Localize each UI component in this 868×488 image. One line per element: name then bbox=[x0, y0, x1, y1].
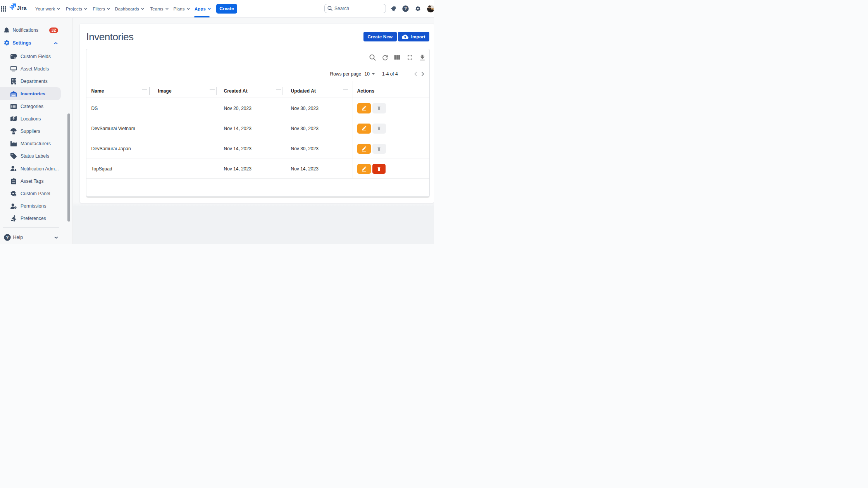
svg-text:?: ? bbox=[404, 6, 407, 11]
svg-text:?: ? bbox=[6, 235, 9, 240]
